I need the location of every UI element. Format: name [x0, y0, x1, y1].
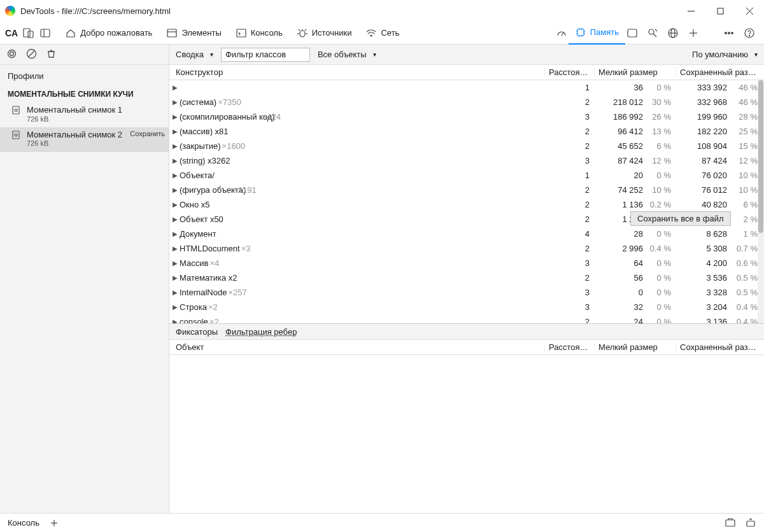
table-row[interactable]: ▶(фигура объекта) ×1191274 25210 %76 012…: [169, 183, 764, 197]
delete-button[interactable]: [46, 48, 57, 61]
svg-point-17: [371, 35, 372, 36]
svg-rect-53: [747, 521, 754, 526]
ret-col-object[interactable]: Объект: [172, 342, 545, 352]
help-icon[interactable]: [744, 27, 755, 39]
ret-col-retained[interactable]: Сохраненный размер: [676, 342, 764, 352]
heap-snapshots-section-label: МОМЕНТАЛЬНЫЕ СНИМКИ КУЧИ: [0, 86, 169, 102]
table-row[interactable]: ▶Массив ×43640 %4 2000.6 %: [169, 256, 764, 270]
retainers-header: Фиксаторы Фильтрация ребер: [169, 323, 764, 340]
col-shallow-size[interactable]: Мелкий размер: [595, 67, 676, 77]
snapshot-save-link[interactable]: Сохранить: [130, 130, 165, 137]
expand-icon[interactable]: ▶: [172, 84, 178, 91]
wifi-icon: [365, 27, 377, 39]
expand-icon[interactable]: ▶: [172, 260, 178, 267]
expand-icon[interactable]: ▶: [172, 274, 178, 281]
sort-dropdown[interactable]: По умолчанию: [692, 50, 758, 59]
svg-point-40: [8, 50, 16, 57]
table-row[interactable]: ▶1360 %333 39246 %: [169, 80, 764, 95]
expand-icon[interactable]: ▶: [172, 289, 178, 296]
inspect-button[interactable]: CA: [5, 28, 18, 38]
expand-icon[interactable]: ▶: [172, 230, 178, 237]
more-menu-icon[interactable]: [723, 27, 735, 39]
col-constructor[interactable]: Конструктор: [172, 67, 545, 77]
table-row[interactable]: ▶(string) x3262387 42412 %87 42412 %: [169, 153, 764, 168]
objects-filter-dropdown[interactable]: Все объекты: [318, 50, 376, 59]
svg-rect-52: [726, 520, 735, 526]
expand-drawer-icon[interactable]: [745, 517, 756, 529]
table-row[interactable]: ▶Документ4280 %8 6281 %: [169, 227, 764, 241]
performance-icon[interactable]: [556, 27, 567, 39]
svg-point-35: [725, 32, 727, 34]
svg-rect-48: [13, 131, 19, 139]
network-conditions-icon[interactable]: [667, 27, 679, 39]
col-retained-size[interactable]: Сохраненный размер: [676, 67, 764, 77]
devtools-favicon: [5, 6, 15, 16]
profiles-sidebar: Профили МОМЕНТАЛЬНЫЕ СНИМКИ КУЧИ Момента…: [0, 45, 169, 513]
expand-icon[interactable]: ▶: [172, 216, 178, 223]
vertical-scrollbar[interactable]: [758, 80, 764, 323]
drawer-console-tab[interactable]: Консоль: [8, 518, 39, 528]
snapshot-item-1[interactable]: Моментальный снимок 1726 kB: [0, 102, 169, 127]
table-row[interactable]: ▶Окно x521 1360.2 %40 8206 %: [169, 197, 764, 212]
expand-icon[interactable]: ▶: [172, 113, 178, 120]
expand-icon[interactable]: ▶: [172, 172, 178, 179]
tab-console[interactable]: Консоль: [229, 22, 289, 45]
svg-rect-6: [41, 29, 50, 37]
drawer-bar: Консоль: [0, 513, 764, 532]
edge-filter-input[interactable]: Фильтрация ребер: [225, 327, 297, 337]
expand-icon[interactable]: ▶: [172, 157, 178, 164]
expand-icon[interactable]: ▶: [172, 245, 178, 252]
expand-icon[interactable]: ▶: [172, 186, 178, 193]
expand-icon[interactable]: ▶: [172, 128, 178, 135]
view-mode-dropdown[interactable]: Сводка: [176, 50, 213, 59]
tab-memory[interactable]: Память: [569, 22, 625, 45]
device-toggle-icon[interactable]: [23, 27, 34, 39]
application-icon[interactable]: [626, 27, 638, 39]
table-row[interactable]: ▶(скомпилированный код)×4243186 99226 %1…: [169, 109, 764, 124]
tab-network[interactable]: Сеть: [359, 22, 406, 45]
window-maximize-button[interactable]: [705, 0, 735, 22]
css-overview-icon[interactable]: [647, 27, 658, 39]
svg-point-49: [15, 134, 17, 136]
snapshot-icon: [11, 130, 22, 142]
table-row[interactable]: ▶(массив) x81296 41213 %182 22025 %: [169, 124, 764, 139]
expand-icon[interactable]: ▶: [172, 201, 178, 208]
tab-elements[interactable]: Элементы: [160, 22, 227, 45]
elements-icon: [166, 27, 178, 39]
ret-col-shallow[interactable]: Мелкий размер: [595, 342, 676, 352]
table-row[interactable]: ▶Математика x22560 %3 5360.5 %: [169, 270, 764, 285]
sidebar-toolbar: [0, 45, 169, 65]
snapshot-item-2[interactable]: Моментальный снимок 2726 kB Сохранить: [0, 127, 169, 152]
expand-icon[interactable]: ▶: [172, 304, 178, 311]
issues-icon[interactable]: [725, 517, 736, 529]
table-row[interactable]: ▶console ×22240 %3 1360.4 %: [169, 314, 764, 323]
constructors-table-body[interactable]: ▶1360 %333 39246 %▶(система) ×73502218 0…: [169, 80, 764, 323]
expand-icon[interactable]: ▶: [172, 318, 178, 323]
add-tab-icon[interactable]: [688, 27, 699, 39]
main-tabstrip: CA Добро пожаловать Элементы Консоль Ист…: [0, 22, 764, 45]
table-row[interactable]: ▶(система) ×73502218 01230 %332 96846 %: [169, 95, 764, 109]
window-minimize-button[interactable]: [676, 0, 705, 22]
save-all-tooltip: Сохранить все в файл: [630, 211, 731, 226]
svg-point-37: [732, 32, 733, 34]
class-filter-input[interactable]: Фильтр классов: [221, 48, 310, 62]
panel-toggle-icon[interactable]: [39, 27, 51, 39]
tab-sources[interactable]: Источники: [290, 22, 358, 45]
table-row[interactable]: ▶InternalNode ×257300 %3 3280.5 %: [169, 285, 764, 300]
window-close-button[interactable]: [735, 0, 764, 22]
svg-rect-19: [577, 29, 584, 36]
col-distance[interactable]: Расстояние: [545, 67, 595, 77]
tab-welcome[interactable]: Добро пожаловать: [59, 22, 159, 45]
drawer-add-icon[interactable]: [48, 517, 60, 529]
table-row[interactable]: ▶Строка ×23320 %3 2040.4 %: [169, 300, 764, 314]
expand-icon[interactable]: ▶: [172, 143, 178, 150]
table-row[interactable]: ▶(закрытие) ×1600245 6526 %108 90415 %: [169, 139, 764, 153]
record-button[interactable]: [6, 48, 17, 61]
table-row[interactable]: ▶HTMLDocument ×322 9960.4 %5 3080.7 %: [169, 241, 764, 256]
svg-rect-10: [237, 29, 246, 37]
table-row[interactable]: ▶Объекта/1200 %76 02010 %: [169, 168, 764, 183]
bug-icon: [297, 27, 308, 39]
ret-col-distance[interactable]: Расстояние: [545, 342, 595, 352]
expand-icon[interactable]: ▶: [172, 99, 178, 106]
clear-button[interactable]: [26, 48, 37, 61]
